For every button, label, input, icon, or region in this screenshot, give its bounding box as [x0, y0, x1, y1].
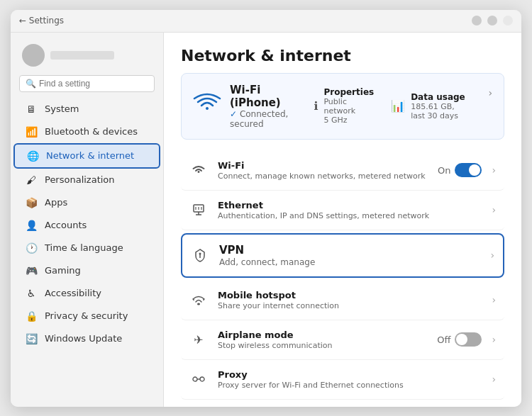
close-button[interactable]: ✕	[503, 16, 513, 26]
search-icon: 🔍	[26, 79, 36, 89]
main-content: Network & internet Wi-Fi (iPhone) ✓ Co	[164, 33, 521, 407]
data-usage-block: 📊 Data usage 185.61 GB, last 30 days	[391, 87, 465, 125]
time-icon: 🕐	[25, 242, 38, 254]
titlebar-left: ← Settings	[19, 16, 64, 26]
setting-row-wifi[interactable]: Wi-Fi Connect, manage known networks, me…	[181, 151, 504, 191]
wifi-toggle[interactable]	[455, 163, 482, 177]
wifi-setting-text: Wi-Fi Connect, manage known networks, me…	[218, 160, 428, 181]
system-icon: 🖥	[25, 103, 38, 116]
sidebar-item-label: Network & internet	[46, 150, 134, 161]
ethernet-chevron-icon: ›	[492, 204, 496, 215]
airplane-title: Airplane mode	[218, 330, 427, 340]
hotspot-title: Mobile hotspot	[218, 290, 482, 300]
proxy-desc: Proxy server for Wi-Fi and Ethernet conn…	[218, 381, 482, 390]
setting-row-proxy[interactable]: Proxy Proxy server for Wi-Fi and Etherne…	[181, 360, 504, 400]
hotspot-chevron-icon: ›	[492, 294, 496, 305]
data-usage-label: Data usage	[411, 92, 465, 102]
wifi-chevron-icon: ›	[492, 164, 496, 176]
sidebar-item-privacy[interactable]: 🔒 Privacy & security	[13, 305, 160, 327]
sidebar-item-label: Privacy & security	[45, 310, 128, 321]
vpn-title: VPN	[219, 244, 480, 257]
avatar	[22, 44, 45, 67]
setting-row-dialup[interactable]: Dial-up Set up a dial-up internet connec…	[181, 400, 504, 407]
personalization-icon: 🖌	[25, 174, 38, 186]
setting-row-airplane[interactable]: ✈ Airplane mode Stop wireless communicat…	[181, 320, 504, 360]
banner-chevron-icon: ›	[488, 87, 492, 125]
setting-row-ethernet[interactable]: Ethernet Authentication, IP and DNS sett…	[181, 191, 504, 230]
minimize-button[interactable]: —	[472, 16, 482, 26]
wifi-info: Wi-Fi (iPhone) ✓ Connected, secured	[230, 84, 305, 129]
sidebar-item-update[interactable]: 🔄 Windows Update	[13, 327, 160, 350]
sidebar-item-label: Apps	[45, 197, 67, 208]
sidebar-item-gaming[interactable]: 🎮 Gaming	[13, 259, 160, 282]
proxy-title: Proxy	[218, 369, 482, 380]
properties-block: ℹ Properties Public network 5 GHz	[314, 87, 374, 125]
gaming-icon: 🎮	[25, 264, 38, 277]
sidebar-item-bluetooth[interactable]: 📶 Bluetooth & devices	[13, 120, 160, 143]
svg-point-10	[203, 299, 204, 300]
svg-point-7	[199, 253, 201, 255]
sidebar-item-label: System	[45, 103, 79, 114]
back-button[interactable]: ← Settings	[19, 16, 64, 26]
setting-row-vpn[interactable]: VPN Add, connect, manage ›	[181, 233, 504, 278]
airplane-setting-text: Airplane mode Stop wireless communicatio…	[218, 330, 427, 350]
wifi-ssid: Wi-Fi (iPhone)	[230, 84, 305, 109]
sidebar-item-label: Accessibility	[45, 288, 101, 298]
airplane-toggle[interactable]	[455, 332, 482, 347]
hotspot-desc: Share your internet connection	[218, 301, 482, 310]
sidebar-item-system[interactable]: 🖥 System	[13, 98, 160, 120]
properties-sub1: Public network	[323, 97, 374, 116]
airplane-mode-icon: ✈	[189, 330, 208, 349]
wifi-icon	[193, 93, 221, 119]
svg-point-11	[193, 377, 197, 381]
sidebar-item-personalization[interactable]: 🖌 Personalization	[13, 169, 160, 191]
sidebar-item-time[interactable]: 🕐 Time & language	[13, 237, 160, 259]
airplane-desc: Stop wireless communication	[218, 341, 427, 350]
update-icon: 🔄	[25, 332, 38, 345]
ethernet-title: Ethernet	[218, 200, 482, 210]
bluetooth-icon: 📶	[25, 125, 38, 138]
airplane-control: Off	[437, 332, 482, 347]
titlebar-controls: — □ ✕	[472, 16, 513, 26]
vpn-chevron-icon: ›	[490, 249, 494, 261]
svg-point-9	[193, 299, 194, 300]
sidebar-item-label: Accounts	[45, 220, 87, 230]
sidebar-item-accessibility[interactable]: ♿ Accessibility	[13, 282, 160, 305]
sidebar-item-label: Bluetooth & devices	[45, 126, 138, 137]
wifi-banner[interactable]: Wi-Fi (iPhone) ✓ Connected, secured ℹ Pr…	[181, 73, 504, 140]
vpn-icon	[191, 246, 209, 264]
proxy-chevron-icon: ›	[492, 373, 496, 385]
svg-point-8	[197, 303, 200, 305]
sidebar-item-accounts[interactable]: 👤 Accounts	[13, 214, 160, 237]
network-icon: 🌐	[26, 150, 39, 162]
page-title: Network & internet	[164, 33, 521, 73]
sidebar-item-label: Time & language	[45, 242, 123, 253]
profile-name	[50, 51, 114, 60]
sidebar-item-apps[interactable]: 📦 Apps	[13, 191, 160, 214]
wifi-toggle-label: On	[438, 165, 450, 176]
search-input[interactable]	[39, 79, 148, 89]
vpn-desc: Add, connect, manage	[219, 257, 480, 267]
wifi-setting-icon	[189, 161, 208, 179]
ethernet-desc: Authentication, IP and DNS settings, met…	[218, 211, 482, 220]
data-usage-icon: 📊	[391, 99, 405, 113]
wifi-setting-desc: Connect, manage known networks, metered …	[218, 172, 428, 181]
settings-list: Wi-Fi Connect, manage known networks, me…	[164, 151, 521, 407]
accounts-icon: 👤	[25, 219, 38, 232]
setting-row-hotspot[interactable]: Mobile hotspot Share your internet conne…	[181, 281, 504, 320]
airplane-chevron-icon: ›	[492, 334, 496, 345]
vpn-setting-text: VPN Add, connect, manage	[219, 244, 480, 267]
data-usage-sub: 185.61 GB, last 30 days	[411, 102, 465, 120]
ethernet-icon	[189, 201, 208, 219]
accessibility-icon: ♿	[25, 287, 38, 300]
profile-section	[11, 38, 163, 75]
wifi-control: On	[438, 163, 482, 177]
settings-window: ← Settings — □ ✕ 🔍 🖥 System 📶	[11, 10, 521, 407]
properties-icon: ℹ	[314, 99, 318, 113]
maximize-button[interactable]: □	[487, 16, 497, 26]
sidebar-item-network[interactable]: 🌐 Network & internet	[13, 143, 160, 169]
titlebar: ← Settings — □ ✕	[11, 10, 521, 33]
sidebar-item-label: Personalization	[45, 174, 115, 185]
search-box[interactable]: 🔍	[19, 75, 155, 92]
properties-sub2: 5 GHz	[323, 116, 374, 125]
